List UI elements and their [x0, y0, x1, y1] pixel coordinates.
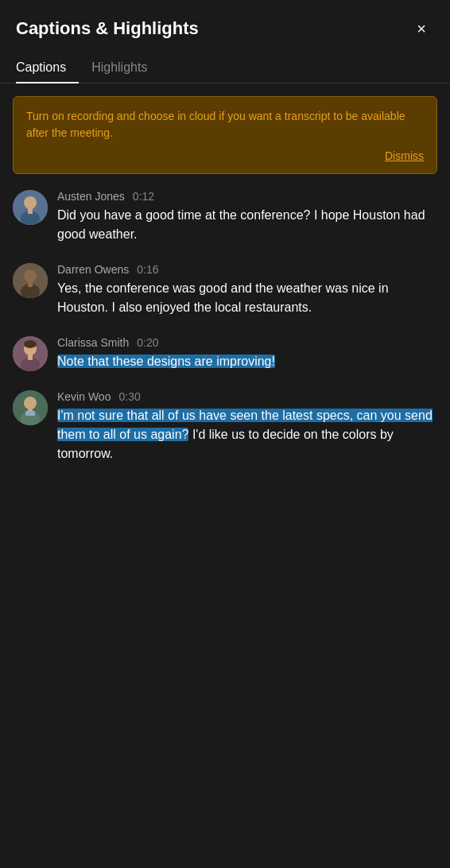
close-button[interactable]: × [409, 16, 434, 41]
caption-meta-austen: Austen Jones 0:12 [57, 190, 437, 203]
svg-rect-3 [28, 207, 33, 214]
svg-point-14 [24, 397, 37, 409]
caption-meta-kevin: Kevin Woo 0:30 [57, 390, 437, 403]
caption-content-clarissa: Clarissa Smith 0:20 Note that these desi… [57, 336, 437, 371]
svg-rect-7 [28, 281, 33, 287]
avatar-clarissa [13, 336, 48, 371]
tab-highlights[interactable]: Highlights [91, 54, 160, 83]
tab-bar: Captions Highlights [0, 54, 450, 83]
caption-highlight-clarissa: Note that these designs are improving! [57, 355, 275, 368]
panel-title: Captions & Highlights [16, 18, 199, 39]
captions-list: Austen Jones 0:12 Did you have a good ti… [0, 190, 450, 463]
caption-content-kevin: Kevin Woo 0:30 I'm not sure that all of … [57, 390, 437, 463]
caption-name-kevin: Kevin Woo [57, 390, 111, 403]
caption-text-austen: Did you have a good time at the conferen… [57, 206, 437, 244]
notification-banner: Turn on recording and choose in cloud if… [13, 96, 437, 174]
caption-item-kevin: Kevin Woo 0:30 I'm not sure that all of … [13, 390, 437, 463]
svg-point-10 [24, 340, 37, 348]
tab-captions[interactable]: Captions [16, 54, 79, 83]
caption-item-austen: Austen Jones 0:12 Did you have a good ti… [13, 190, 437, 244]
caption-text-darren: Yes, the conference was good and the wea… [57, 279, 437, 317]
notification-text: Turn on recording and choose in cloud if… [26, 108, 424, 141]
dismiss-button[interactable]: Dismiss [26, 149, 424, 162]
caption-item-clarissa: Clarissa Smith 0:20 Note that these desi… [13, 336, 437, 371]
avatar-austen [13, 190, 48, 225]
panel-header: Captions & Highlights × [0, 0, 450, 54]
svg-rect-12 [28, 354, 33, 360]
caption-text-clarissa: Note that these designs are improving! [57, 352, 437, 371]
svg-rect-17 [25, 411, 35, 416]
svg-point-1 [24, 196, 37, 209]
caption-time-darren: 0:16 [137, 263, 158, 276]
svg-point-5 [24, 269, 37, 282]
caption-content-darren: Darren Owens 0:16 Yes, the conference wa… [57, 263, 437, 317]
caption-name-austen: Austen Jones [57, 190, 125, 203]
avatar-kevin [13, 390, 48, 425]
caption-time-kevin: 0:30 [118, 390, 140, 403]
caption-text-kevin: I'm not sure that all of us have seen th… [57, 406, 437, 463]
caption-content-austen: Austen Jones 0:12 Did you have a good ti… [57, 190, 437, 244]
caption-time-clarissa: 0:20 [137, 336, 158, 349]
caption-name-clarissa: Clarissa Smith [57, 336, 129, 349]
caption-item-darren: Darren Owens 0:16 Yes, the conference wa… [13, 263, 437, 317]
caption-meta-clarissa: Clarissa Smith 0:20 [57, 336, 437, 349]
avatar-darren [13, 263, 48, 298]
caption-name-darren: Darren Owens [57, 263, 129, 276]
caption-time-austen: 0:12 [133, 190, 154, 203]
caption-meta-darren: Darren Owens 0:16 [57, 263, 437, 276]
